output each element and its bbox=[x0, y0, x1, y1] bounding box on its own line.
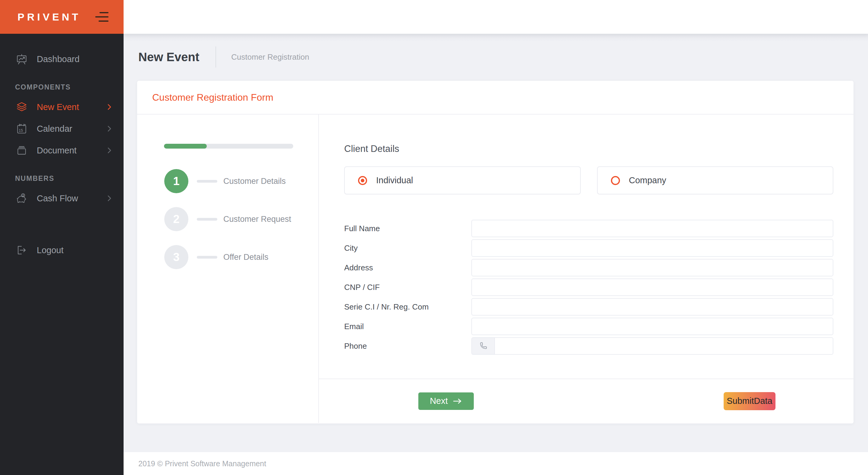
sidebar-section-numbers: NUMBERS bbox=[0, 175, 124, 183]
serie-ci-label: Serie C.I / Nr. Reg. Com bbox=[344, 302, 471, 312]
step-offer-details[interactable]: 3 Offer Details bbox=[164, 245, 269, 269]
sidebar-item-cash-flow[interactable]: $ Cash Flow bbox=[0, 187, 124, 209]
stepper-panel: 1 Customer Details 2 Customer Request 3 … bbox=[137, 115, 319, 423]
step-dash bbox=[197, 218, 217, 221]
main-content: New Event Customer Registration Customer… bbox=[124, 34, 868, 452]
address-input[interactable] bbox=[471, 259, 833, 276]
card-title: Customer Registration Form bbox=[137, 81, 854, 115]
sidebar-item-label: Logout bbox=[37, 245, 64, 255]
step-number-badge: 2 bbox=[164, 207, 188, 231]
field-row: Phone bbox=[344, 337, 833, 355]
document-icon bbox=[15, 144, 28, 157]
form-heading: Client Details bbox=[344, 144, 833, 154]
sidebar-item-new-event[interactable]: New Event bbox=[0, 96, 124, 118]
cnp-cif-input[interactable] bbox=[471, 279, 833, 296]
registration-card: Customer Registration Form 1 Customer De… bbox=[137, 81, 854, 423]
next-button-label: Next bbox=[430, 396, 448, 406]
copyright-text: 2019 © Privent Software Management bbox=[138, 459, 266, 468]
page-header: New Event Customer Registration bbox=[124, 34, 868, 67]
radio-label: Individual bbox=[376, 176, 413, 185]
phone-input[interactable] bbox=[494, 337, 833, 355]
sidebar-item-label: Document bbox=[37, 146, 76, 156]
email-input[interactable] bbox=[471, 318, 833, 335]
full-name-label: Full Name bbox=[344, 224, 471, 233]
progress-bar bbox=[164, 144, 293, 149]
topbar bbox=[124, 0, 868, 34]
header-divider bbox=[216, 46, 216, 67]
phone-label: Phone bbox=[344, 342, 471, 351]
full-name-input[interactable] bbox=[471, 220, 833, 237]
page-title: New Event bbox=[138, 50, 199, 64]
field-row: Serie C.I / Nr. Reg. Com bbox=[344, 298, 833, 316]
step-label: Customer Request bbox=[223, 215, 291, 224]
hamburger-icon[interactable] bbox=[95, 12, 108, 22]
next-button[interactable]: Next bbox=[418, 392, 474, 410]
step-dash bbox=[197, 180, 217, 183]
form-panel: Client Details Individual Company bbox=[319, 115, 854, 423]
city-input[interactable] bbox=[471, 239, 833, 257]
radio-icon[interactable] bbox=[611, 176, 620, 185]
arrow-right-icon bbox=[453, 398, 462, 405]
sidebar-nav: Dashboard COMPONENTS New Event bbox=[0, 34, 124, 261]
form-actions: Next SubmitData bbox=[319, 379, 854, 423]
step-dash bbox=[197, 256, 217, 259]
radio-label: Company bbox=[629, 176, 666, 185]
calendar-icon: 15 bbox=[15, 122, 28, 135]
progress-fill bbox=[164, 144, 207, 149]
field-row: CNP / CIF bbox=[344, 279, 833, 296]
sidebar-item-document[interactable]: Document bbox=[0, 139, 124, 161]
step-number-badge: 1 bbox=[164, 169, 188, 193]
layers-icon bbox=[15, 100, 28, 114]
field-row: City bbox=[344, 239, 833, 257]
phone-icon bbox=[471, 337, 494, 355]
sidebar-item-dashboard[interactable]: Dashboard bbox=[0, 48, 124, 70]
address-label: Address bbox=[344, 263, 471, 273]
piggy-bank-icon: $ bbox=[15, 192, 28, 205]
brand-logo: PRIVENT bbox=[18, 11, 81, 23]
field-row: Email bbox=[344, 318, 833, 335]
sidebar: PRIVENT Dashboard COMPONENTS bbox=[0, 0, 124, 475]
footer: 2019 © Privent Software Management bbox=[124, 452, 868, 475]
client-type-selector: Individual Company bbox=[344, 166, 833, 194]
step-number-badge: 3 bbox=[164, 245, 188, 269]
cnp-cif-label: CNP / CIF bbox=[344, 283, 471, 292]
dashboard-icon bbox=[15, 53, 28, 66]
client-type-company[interactable]: Company bbox=[597, 166, 834, 194]
sidebar-section-components: COMPONENTS bbox=[0, 83, 124, 91]
serie-ci-input[interactable] bbox=[471, 298, 833, 316]
client-fields: Full Name City Address CNP / CIF bbox=[344, 220, 833, 355]
step-label: Offer Details bbox=[223, 253, 269, 262]
chevron-right-icon bbox=[107, 195, 112, 202]
email-label: Email bbox=[344, 322, 471, 331]
step-customer-details[interactable]: 1 Customer Details bbox=[164, 169, 286, 193]
radio-icon[interactable] bbox=[358, 176, 367, 185]
step-label: Customer Details bbox=[223, 177, 286, 186]
sidebar-item-logout[interactable]: Logout bbox=[0, 239, 124, 261]
sidebar-item-label: Cash Flow bbox=[37, 193, 78, 203]
step-customer-request[interactable]: 2 Customer Request bbox=[164, 207, 291, 231]
sidebar-item-calendar[interactable]: 15 Calendar bbox=[0, 118, 124, 139]
chevron-right-icon bbox=[107, 147, 112, 154]
sidebar-item-label: Dashboard bbox=[37, 54, 80, 64]
client-type-individual[interactable]: Individual bbox=[344, 166, 581, 194]
chevron-right-icon bbox=[107, 125, 112, 132]
field-row: Full Name bbox=[344, 220, 833, 237]
sidebar-item-label: New Event bbox=[37, 102, 79, 112]
breadcrumb: Customer Registration bbox=[231, 53, 309, 62]
logo-bar: PRIVENT bbox=[0, 0, 124, 34]
city-label: City bbox=[344, 244, 471, 253]
logout-icon bbox=[15, 244, 28, 257]
field-row: Address bbox=[344, 259, 833, 276]
svg-text:15: 15 bbox=[19, 128, 23, 133]
chevron-right-icon bbox=[107, 104, 112, 110]
submit-data-button[interactable]: SubmitData bbox=[724, 392, 775, 410]
sidebar-item-label: Calendar bbox=[37, 124, 72, 134]
